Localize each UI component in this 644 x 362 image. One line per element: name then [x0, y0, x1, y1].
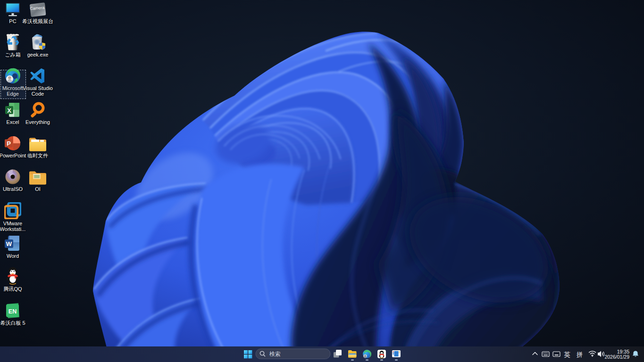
- svg-text:拼: 拼: [576, 351, 583, 358]
- svg-text:検索: 検索: [269, 351, 281, 357]
- svg-text:W: W: [6, 240, 12, 247]
- svg-text:19:35: 19:35: [617, 349, 629, 354]
- svg-text:X: X: [7, 107, 11, 114]
- svg-text:2026/01/29: 2026/01/29: [604, 354, 629, 360]
- svg-text:P: P: [7, 140, 11, 147]
- svg-text:Camera: Camera: [30, 5, 44, 11]
- svg-text:英: 英: [564, 351, 570, 358]
- svg-text:EN: EN: [8, 308, 17, 315]
